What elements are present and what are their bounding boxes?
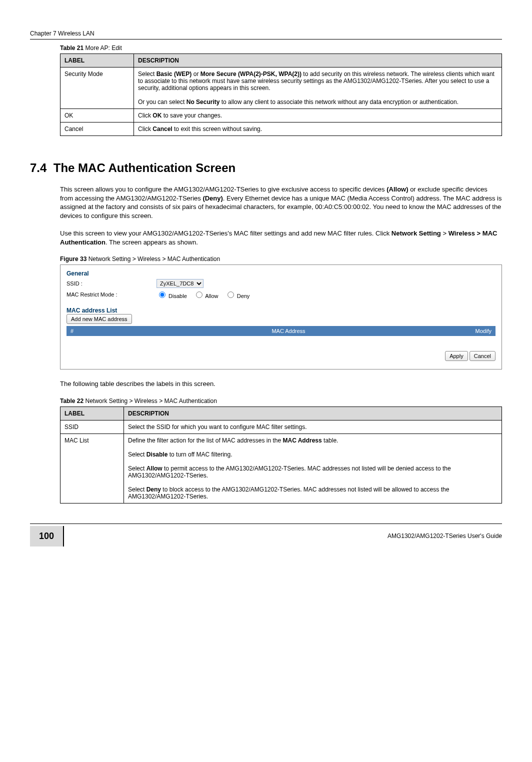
- table22-header-label: LABEL: [60, 406, 124, 420]
- cell-label: MAC List: [60, 434, 124, 503]
- cell-label: OK: [60, 109, 134, 122]
- cell-label: Security Mode: [60, 68, 134, 109]
- figure-ssid-select[interactable]: ZyXEL_7DC8: [156, 279, 204, 288]
- cell-desc: Click Cancel to exit this screen without…: [134, 122, 502, 136]
- table22-caption-text: Network Setting > Wireless > MAC Authent…: [84, 398, 217, 404]
- table-row: MAC List Define the filter action for th…: [60, 434, 502, 503]
- footer-rule: [30, 524, 502, 524]
- figure-radio-deny[interactable]: Deny: [225, 293, 250, 299]
- figure-col-modify: Modify: [452, 328, 492, 334]
- table21-caption-text: More AP: Edit: [84, 44, 122, 52]
- figure-add-mac-button[interactable]: Add new MAC address: [66, 314, 132, 324]
- table21-header-label: LABEL: [60, 54, 134, 68]
- footer-guide-title: AMG1302/AMG1202-TSeries User's Guide: [74, 532, 502, 540]
- figure-col-mac: MAC Address: [126, 328, 452, 334]
- table22-header-desc: DESCRIPTION: [124, 406, 502, 420]
- table22-caption-num: Table 22: [60, 398, 84, 404]
- figure33-caption-num: Figure 33: [60, 256, 86, 262]
- table22: LABEL DESCRIPTION SSID Select the SSID f…: [60, 406, 502, 504]
- radio-allow-input[interactable]: [196, 292, 202, 298]
- figure-radio-disable[interactable]: Disable: [156, 293, 187, 299]
- figure-general-heading: General: [66, 270, 496, 277]
- figure-apply-button[interactable]: Apply: [445, 351, 468, 361]
- chapter-title: Chapter 7 Wireless LAN: [30, 30, 94, 37]
- followup-text: The following table describes the labels…: [60, 380, 502, 388]
- figure33-caption-text: Network Setting > Wireless > MAC Authent…: [86, 256, 220, 262]
- section-heading: 7.4 The MAC Authentication Screen: [30, 161, 502, 175]
- figure-maclist-heading: MAC address List: [66, 307, 496, 314]
- figure-col-num: #: [70, 328, 126, 334]
- cell-desc: Define the filter action for the list of…: [124, 434, 502, 503]
- page-number: 100: [30, 526, 64, 546]
- radio-deny-input[interactable]: [228, 292, 234, 298]
- table21-caption-num: Table 21: [60, 44, 84, 52]
- paragraph-1: This screen allows you to configure the …: [60, 185, 502, 220]
- cell-desc: Select Basic (WEP) or More Secure (WPA(2…: [134, 68, 502, 109]
- table-row: Cancel Click Cancel to exit this screen …: [60, 122, 502, 136]
- cell-desc: Click OK to save your changes.: [134, 109, 502, 122]
- section-title: The MAC Authentication Screen: [54, 161, 236, 174]
- paragraph-2: Use this screen to view your AMG1302/AMG…: [60, 229, 502, 246]
- figure-restrict-label: MAC Restrict Mode :: [66, 292, 156, 298]
- figure33-screenshot: General SSID : ZyXEL_7DC8 MAC Restrict M…: [60, 264, 502, 370]
- header-rule: [30, 39, 502, 40]
- figure-mac-table-header: # MAC Address Modify: [66, 326, 496, 336]
- cell-label: Cancel: [60, 122, 134, 136]
- table-row: Security Mode Select Basic (WEP) or More…: [60, 68, 502, 109]
- table-row: SSID Select the SSID for which you want …: [60, 420, 502, 434]
- table21-caption: Table 21 More AP: Edit: [60, 44, 502, 52]
- table21: LABEL DESCRIPTION Security Mode Select B…: [60, 54, 502, 136]
- section-number: 7.4: [30, 161, 46, 174]
- figure-ssid-label: SSID :: [66, 280, 156, 286]
- table22-caption: Table 22 Network Setting > Wireless > MA…: [60, 398, 502, 404]
- cell-label: SSID: [60, 420, 124, 434]
- figure-radio-allow[interactable]: Allow: [194, 293, 218, 299]
- figure33-caption: Figure 33 Network Setting > Wireless > M…: [60, 256, 502, 262]
- radio-disable-input[interactable]: [159, 292, 166, 298]
- cell-desc: Select the SSID for which you want to co…: [124, 420, 502, 434]
- table21-header-desc: DESCRIPTION: [134, 54, 502, 68]
- table-row: OK Click OK to save your changes.: [60, 109, 502, 122]
- figure-cancel-button[interactable]: Cancel: [470, 351, 496, 361]
